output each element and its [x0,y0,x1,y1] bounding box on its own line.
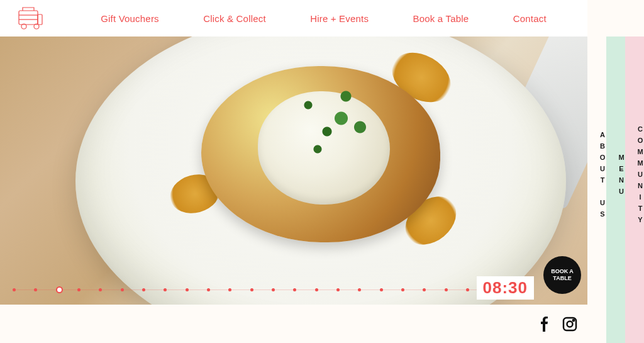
timeline-tick[interactable] [250,288,253,291]
facebook-icon[interactable] [537,317,552,332]
timeline-tick[interactable] [207,288,210,291]
logo[interactable] [0,6,60,31]
hero-image: 08:30 [0,37,587,305]
food-stack [201,66,440,242]
side-tabs-bottom-fill [587,305,644,343]
timeline-tick[interactable] [380,288,383,291]
timeline-tick[interactable] [466,288,469,291]
tab-menu[interactable]: MENU [606,37,625,305]
plate [75,37,566,305]
nav-click-collect[interactable]: Click & Collect [203,13,266,24]
nav-links: Gift Vouchers Click & Collect Hire + Eve… [60,13,587,24]
timeline-tick[interactable] [121,288,124,291]
social-links [537,317,577,332]
timeline-tick[interactable] [445,288,448,291]
side-tabs: ABOUT US MENU COMMUNITY [587,37,644,305]
nav-gift-vouchers[interactable]: Gift Vouchers [101,13,159,24]
svg-rect-1 [38,14,42,25]
book-badge-text: BOOK ATABLE [551,268,574,283]
top-nav: Gift Vouchers Click & Collect Hire + Eve… [0,0,587,37]
timeline-current-time: 08:30 [477,276,535,300]
timeline-tick[interactable] [34,288,37,291]
nav-book-table[interactable]: Book a Table [413,13,469,24]
timeline-track[interactable] [13,290,531,290]
instagram-icon[interactable] [562,317,577,332]
svg-rect-0 [19,11,38,25]
timeline-tick[interactable] [315,288,318,291]
tab-community[interactable]: COMMUNITY [625,37,644,305]
tab-about-us[interactable]: ABOUT US [587,37,606,305]
timeline-marker[interactable] [56,286,63,293]
timeline-tick[interactable] [272,288,275,291]
timeline-tick[interactable] [401,288,404,291]
svg-point-8 [573,320,574,321]
timeline-tick[interactable] [336,288,340,291]
timeline-tick[interactable] [13,288,16,291]
book-a-table-badge[interactable]: BOOK ATABLE [543,256,581,294]
nav-hire-events[interactable]: Hire + Events [310,13,369,24]
svg-point-7 [567,322,573,327]
bottom-strip [0,305,587,343]
timeline-tick[interactable] [186,288,189,291]
timeline-tick[interactable] [77,288,80,291]
timeline-tick[interactable] [142,288,145,291]
nav-contact[interactable]: Contact [513,13,547,24]
timeline-tick[interactable] [99,288,102,291]
food-truck-logo-icon [16,6,44,31]
